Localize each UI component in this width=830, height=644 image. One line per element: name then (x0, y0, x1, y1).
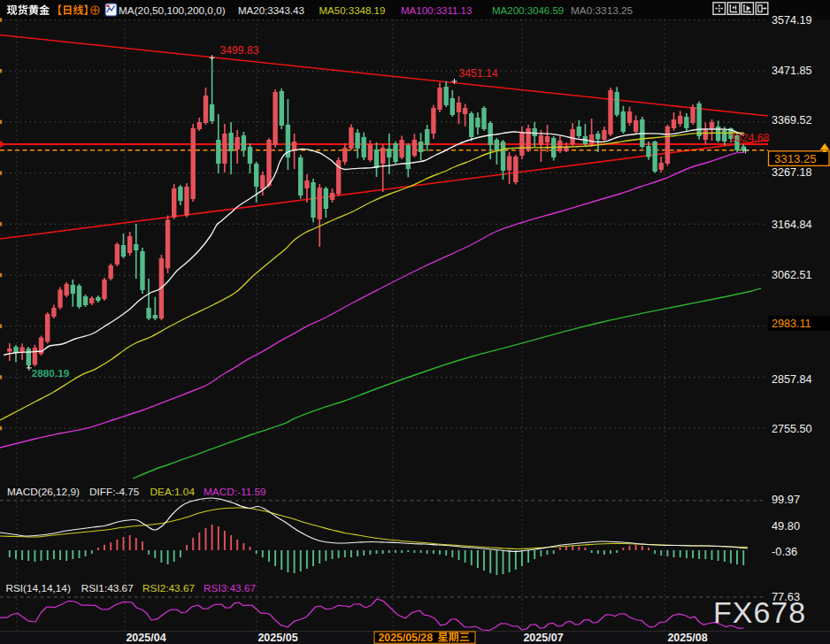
svg-text:3324.68: 3324.68 (730, 132, 770, 144)
svg-text:2025/04: 2025/04 (126, 632, 165, 644)
svg-text:49.80: 49.80 (772, 519, 800, 533)
svg-text:2025/05: 2025/05 (257, 632, 297, 644)
svg-text:RSI1:43.67: RSI1:43.67 (81, 582, 134, 594)
svg-text:FX678: FX678 (713, 595, 806, 629)
svg-text:RSI3:43.67: RSI3:43.67 (204, 582, 256, 594)
svg-text:2025/08: 2025/08 (667, 632, 707, 644)
svg-text:2983.11: 2983.11 (772, 318, 811, 330)
svg-text:3164.84: 3164.84 (772, 218, 812, 231)
svg-text:2857.84: 2857.84 (772, 373, 812, 386)
svg-text:3313.25: 3313.25 (774, 152, 817, 165)
svg-text:MA0:3313.25: MA0:3313.25 (571, 4, 634, 17)
svg-text:MA100:3311.13: MA100:3311.13 (401, 5, 472, 16)
svg-text:3369.52: 3369.52 (772, 114, 812, 126)
svg-text:3574.19: 3574.19 (772, 14, 812, 27)
svg-text:MACD(26,12,9): MACD(26,12,9) (7, 486, 80, 498)
svg-text:MA50:3348.19: MA50:3348.19 (319, 5, 386, 16)
svg-text:99.97: 99.97 (772, 493, 800, 506)
svg-text:MACD:-11.59: MACD:-11.59 (204, 486, 266, 498)
svg-text:RSI2:43.67: RSI2:43.67 (142, 582, 195, 594)
svg-text:3499.83: 3499.83 (220, 44, 259, 57)
svg-text:3267.18: 3267.18 (772, 166, 812, 179)
svg-text:RSI(14,14,14): RSI(14,14,14) (5, 582, 71, 594)
svg-text:-0.36: -0.36 (772, 545, 797, 558)
svg-text:2025/07: 2025/07 (523, 632, 563, 644)
svg-text:MA(20,50,100,200,0,0): MA(20,50,100,200,0,0) (119, 4, 226, 17)
svg-text:3451.14: 3451.14 (459, 67, 498, 80)
svg-text:3471.85: 3471.85 (772, 65, 812, 77)
svg-text:DIFF:-4.75: DIFF:-4.75 (89, 486, 140, 498)
svg-text:2025/05/28: 2025/05/28 (379, 632, 434, 644)
svg-text:MA20:3343.43: MA20:3343.43 (238, 5, 304, 16)
svg-text:2880.19: 2880.19 (32, 367, 70, 380)
svg-text:2755.50: 2755.50 (772, 423, 812, 435)
svg-text:MA200:3046.59: MA200:3046.59 (492, 5, 564, 16)
svg-text:DEA:1.04: DEA:1.04 (150, 486, 196, 498)
svg-text:3062.51: 3062.51 (772, 269, 812, 281)
